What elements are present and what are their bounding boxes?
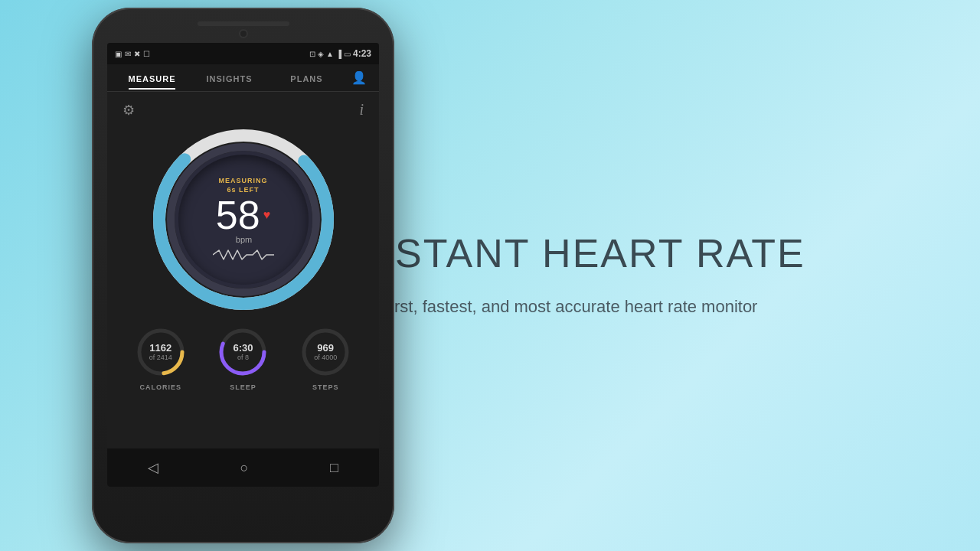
steps-circle: 969 of 4000 [299, 325, 352, 379]
content-area: ⚙ i [107, 92, 379, 448]
phone-screen: ▣ ✉ ✖ ☐ ⊡ ◈ ▲ ▐ ▭ 4:23 MEASURE INSIGHTS [107, 43, 379, 487]
profile-icon[interactable]: 👤 [345, 64, 373, 91]
right-panel: INSTANT HEART RATE The first, fastest, a… [306, 232, 980, 319]
calories-of: of 2414 [149, 354, 172, 361]
sleep-inner: 6:30 of 8 [233, 343, 253, 361]
calories-inner: 1162 of 2414 [149, 343, 172, 361]
subheadline-text: The first, fastest, and most accurate he… [352, 297, 757, 316]
signal-icon: ▐ [336, 50, 341, 58]
waveform-svg [213, 247, 274, 262]
sleep-value: 6:30 [233, 343, 253, 354]
phone-icon: ☐ [143, 50, 150, 58]
calories-value: 1162 [149, 343, 172, 354]
heart-icon: ♥ [263, 208, 271, 222]
settings-icon[interactable]: ⚙ [122, 102, 135, 119]
status-bar: ▣ ✉ ✖ ☐ ⊡ ◈ ▲ ▐ ▭ 4:23 [107, 43, 379, 64]
phone-frame: ▣ ✉ ✖ ☐ ⊡ ◈ ▲ ▐ ▭ 4:23 MEASURE INSIGHTS [92, 8, 394, 543]
tab-plans[interactable]: PLANS [268, 67, 345, 90]
sleep-label: SLEEP [230, 383, 256, 391]
tab-measure[interactable]: MEASURE [113, 67, 191, 90]
phone-mockup: ▣ ✉ ✖ ☐ ⊡ ◈ ▲ ▐ ▭ 4:23 MEASURE INSIGHTS [92, 8, 398, 543]
hr-inner-display: MEASURING 6s LEFT 58 ♥ bpm [178, 155, 309, 285]
tab-insights[interactable]: INSIGHTS [191, 67, 268, 90]
calories-stat: 1162 of 2414 CALORIES [134, 325, 188, 391]
wifi-icon: ▲ [326, 50, 334, 58]
video-icon: ▣ [115, 50, 122, 58]
mail-icon: ✉ [125, 50, 131, 58]
stats-row: 1162 of 2414 CALORIES [116, 319, 370, 397]
speaker-bar [198, 21, 289, 26]
status-time: 4:23 [353, 48, 371, 59]
bpm-value: 58 [216, 195, 260, 235]
app-headline: INSTANT HEART RATE [352, 232, 934, 276]
bpm-unit-row: bpm [234, 235, 252, 244]
steps-of: of 4000 [314, 354, 337, 361]
vibrate-icon: ◈ [318, 50, 324, 58]
nav-tabs: MEASURE INSIGHTS PLANS 👤 [107, 64, 379, 92]
sleep-circle: 6:30 of 8 [216, 325, 270, 379]
status-icons-right: ⊡ ◈ ▲ ▐ ▭ 4:23 [309, 48, 371, 59]
bpm-unit: bpm [236, 235, 252, 244]
recents-button[interactable]: □ [330, 460, 338, 476]
back-button[interactable]: ◁ [148, 459, 158, 476]
calories-label: CALORIES [140, 383, 182, 391]
cast-icon: ⊡ [309, 50, 315, 58]
bpm-display: 58 ♥ [216, 195, 270, 235]
sleep-stat: 6:30 of 8 SLEEP [216, 325, 270, 391]
calories-circle: 1162 of 2414 [134, 325, 188, 379]
battery-icon: ▭ [344, 50, 351, 58]
heart-rate-circle: MEASURING 6s LEFT 58 ♥ bpm [152, 128, 335, 311]
home-button[interactable]: ○ [240, 460, 249, 476]
bottom-nav-bar: ◁ ○ □ [107, 448, 379, 487]
steps-value: 969 [314, 343, 337, 354]
steps-stat: 969 of 4000 STEPS [299, 325, 352, 391]
steps-inner: 969 of 4000 [314, 343, 337, 361]
camera [239, 29, 248, 38]
x-icon: ✖ [134, 50, 140, 58]
sleep-of: of 8 [233, 354, 253, 361]
steps-label: STEPS [312, 383, 339, 391]
app-subheadline: The first, fastest, and most accurate he… [352, 294, 796, 319]
info-icon[interactable]: i [359, 101, 364, 119]
top-icons-row: ⚙ i [116, 98, 370, 122]
status-icons-left: ▣ ✉ ✖ ☐ [115, 50, 150, 58]
